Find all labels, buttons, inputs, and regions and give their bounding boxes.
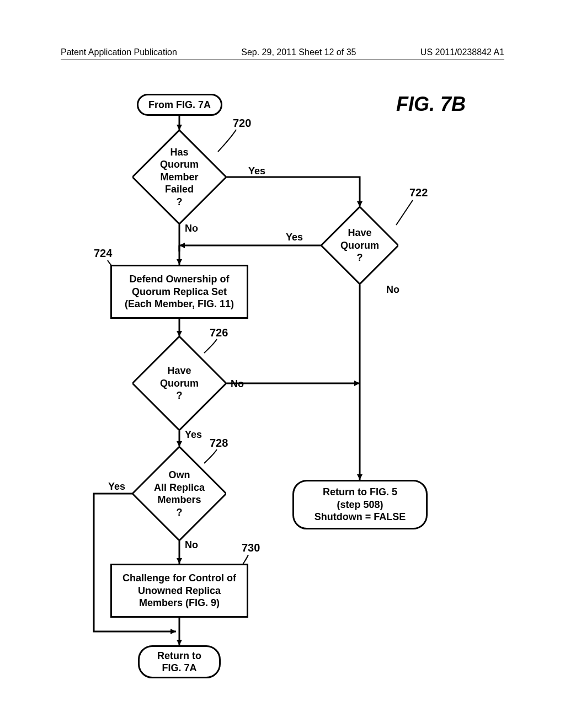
ref-728: 728	[210, 437, 228, 449]
process-730-challenge-control: Challenge for Control of Unowned Replica…	[110, 564, 248, 618]
edge-722-no: No	[386, 284, 399, 296]
decision-728-label: Own All Replica Members ?	[154, 469, 205, 518]
terminator-from-fig7a-label: From FIG. 7A	[148, 99, 211, 111]
ref-730: 730	[242, 542, 260, 554]
terminator-return-fig5-label: Return to FIG. 5 (step 508) Shutdown = F…	[315, 486, 406, 523]
terminator-from-fig7a: From FIG. 7A	[137, 94, 222, 116]
ref-726: 726	[210, 326, 228, 339]
decision-726-have-quorum: Have Quorum ?	[132, 336, 226, 430]
edge-728-yes: Yes	[108, 481, 125, 493]
header-rule	[61, 60, 504, 60]
edge-720-yes: Yes	[248, 165, 265, 177]
header-center: Sep. 29, 2011 Sheet 12 of 35	[241, 47, 356, 57]
ref-724: 724	[94, 247, 112, 260]
header-right: US 2011/0238842 A1	[420, 47, 504, 57]
edge-726-yes: Yes	[185, 429, 202, 441]
edge-720-no: No	[185, 223, 198, 234]
decision-728-own-all-replica-members: Own All Replica Members ?	[132, 447, 226, 540]
header-left: Patent Application Publication	[61, 47, 177, 57]
decision-722-have-quorum: Have Quorum ?	[321, 207, 398, 284]
connectors	[0, 88, 565, 695]
terminator-return-fig7a: Return to FIG. 7A	[138, 645, 221, 678]
decision-720-label: Has Quorum Member Failed ?	[160, 146, 199, 208]
page-header: Patent Application Publication Sep. 29, …	[61, 47, 504, 57]
terminator-return-fig5: Return to FIG. 5 (step 508) Shutdown = F…	[292, 480, 428, 529]
decision-720-has-quorum-member-failed: Has Quorum Member Failed ?	[132, 130, 226, 224]
ref-722: 722	[409, 186, 428, 199]
flowchart-diagram: From FIG. 7A Has Quorum Member Failed ? …	[0, 88, 565, 695]
edge-726-no: No	[231, 378, 244, 390]
process-730-label: Challenge for Control of Unowned Replica…	[122, 572, 236, 609]
edge-722-yes: Yes	[286, 232, 303, 243]
decision-722-label: Have Quorum ?	[340, 227, 379, 264]
edge-728-no: No	[185, 539, 198, 551]
process-724-label: Defend Ownership of Quorum Replica Set (…	[125, 273, 234, 311]
decision-726-label: Have Quorum ?	[160, 365, 199, 402]
process-724-defend-ownership: Defend Ownership of Quorum Replica Set (…	[110, 265, 248, 319]
terminator-return-fig7a-label: Return to FIG. 7A	[157, 650, 201, 675]
ref-720: 720	[233, 117, 251, 130]
